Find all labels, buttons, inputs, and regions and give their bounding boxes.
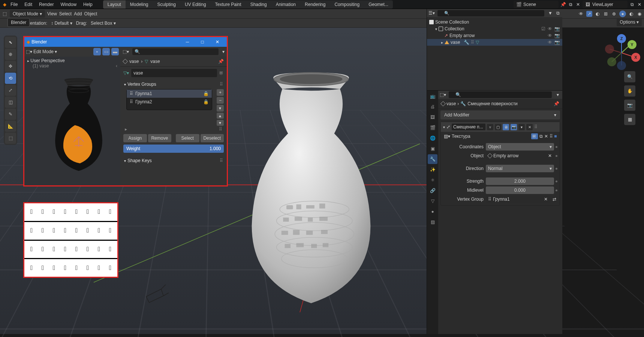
vg-remove-button[interactable]: − [217, 97, 224, 104]
mod-toggle[interactable] [443, 124, 445, 130]
menu-render[interactable]: Render [36, 1, 57, 8]
tex-unlink-icon[interactable]: ✕ [544, 134, 548, 139]
props-editor-icon[interactable]: ⬚▾ [440, 92, 446, 98]
cursor-tool[interactable]: ⊕ [5, 49, 16, 60]
prop-material-icon[interactable]: ● [428, 207, 437, 216]
edge-select-icon[interactable]: ▭ [102, 48, 110, 55]
prop-render-icon[interactable]: 📺 [428, 91, 437, 101]
face-select-icon[interactable]: ▬ [111, 48, 119, 55]
eye-icon[interactable]: 👁 [548, 26, 552, 31]
close-icon[interactable]: ✕ [575, 1, 581, 7]
prop-viewlayer-icon[interactable]: 🖼 [428, 112, 437, 122]
prop-object-icon[interactable]: ▣ [428, 144, 437, 154]
collection-row[interactable]: Collection ☑👁📷 [427, 25, 562, 32]
remove-button[interactable]: Remove [148, 134, 172, 142]
modifier-header[interactable]: ⤢ Смещение п... ▿ ▢ 🖥 📷 ▾ ✕ ⠿ [441, 122, 560, 132]
editor-type-icon[interactable]: ⬚ [1, 11, 7, 17]
tex-new-icon[interactable]: ⧉ [539, 134, 543, 139]
render-eye-icon[interactable]: 📷 [554, 40, 560, 45]
props-search[interactable]: 🔍 [132, 48, 219, 55]
checkbox-icon[interactable]: ☑ [541, 26, 545, 31]
midlevel-field[interactable]: 0.000 [486, 186, 554, 194]
vg-add-button[interactable]: + [217, 89, 224, 96]
vg-item-1[interactable]: ⠿Группа2🔒 [127, 98, 212, 106]
tab-geometry[interactable]: Geomet... [364, 0, 393, 9]
pin-props-icon[interactable]: 📌 [218, 59, 224, 64]
gizmo-toggle-icon[interactable]: ↗ [586, 11, 592, 17]
prop-modifier-icon[interactable]: 🔧 [428, 154, 437, 164]
header-object[interactable]: Object [84, 11, 97, 16]
object-field[interactable]: Empty arrow✕ [486, 152, 554, 160]
lock-icon[interactable]: 🔒 [203, 91, 209, 96]
vg-moveup-button[interactable]: ▴ [217, 113, 224, 119]
tab-animation[interactable]: Animation [271, 0, 300, 9]
crumb-obj[interactable]: vase [446, 101, 456, 106]
pin-icon[interactable]: 📌 [554, 101, 559, 106]
outliner-editor-icon[interactable]: ☰▾ [428, 10, 434, 16]
direction-dropdown[interactable]: Normal▾ [486, 165, 554, 172]
menu-window[interactable]: Window [57, 1, 79, 8]
inset-vase[interactable] [47, 77, 111, 182]
zoom-icon[interactable]: 🔍 [624, 71, 635, 82]
menu-help[interactable]: Help [80, 1, 96, 8]
mod-close-icon[interactable]: ✕ [526, 124, 533, 130]
gizmo-neg-z[interactable] [617, 61, 626, 70]
header-view[interactable]: View [47, 11, 57, 16]
gizmo-neg-x[interactable] [605, 45, 614, 54]
maximize-icon[interactable]: □ [195, 37, 210, 46]
inset-viewport[interactable]: ⬚▾ Edit Mode ▾ ▫ ▭ ▬ User Perspective (1… [24, 47, 120, 185]
crumb-mod[interactable]: Смещение поверхности [467, 101, 517, 106]
prop-world-icon[interactable]: 🌐 [428, 133, 437, 143]
gizmo-z[interactable]: Z [617, 34, 626, 43]
coords-dropdown[interactable]: Object▾ [486, 143, 554, 151]
mod-extra-icon[interactable]: ▾ [518, 124, 525, 130]
tab-shading[interactable]: Shading [246, 0, 271, 9]
vg-movedown-button[interactable]: ▾ [217, 120, 224, 126]
close-layer-icon[interactable]: ✕ [637, 1, 643, 7]
tab-layout[interactable]: Layout [103, 0, 126, 9]
camera-view-icon[interactable]: 📷 [624, 100, 635, 111]
tab-uvediting[interactable]: UV Editing [180, 0, 211, 9]
scale-tool[interactable]: ⤢ [5, 85, 16, 96]
gizmo-x[interactable]: X [631, 53, 640, 62]
tab-modeling[interactable]: Modeling [126, 0, 153, 9]
props-options-icon[interactable]: ▾ [222, 49, 225, 54]
prop-particles-icon[interactable]: ✨ [428, 165, 437, 174]
lock-icon[interactable]: 🔒 [203, 99, 209, 104]
prop-scene-icon[interactable]: 🎬 [428, 123, 437, 133]
camera-icon[interactable] [142, 282, 172, 304]
strength-field[interactable]: 2.000 [486, 177, 554, 185]
crumb-object[interactable]: vase [129, 59, 139, 64]
select-tool[interactable]: ⬉ [5, 37, 16, 48]
header-add[interactable]: Add [74, 11, 82, 16]
inset-editor-icon[interactable]: ⬚▾ [26, 49, 32, 55]
options-button[interactable]: Options ▾ [617, 18, 642, 26]
vg-section-toggle[interactable] [124, 82, 126, 87]
viewlayer-field[interactable]: 🖼ViewLayer [583, 1, 628, 8]
menu-edit[interactable]: Edit [21, 1, 35, 8]
gizmo-neg-y[interactable] [607, 57, 616, 66]
mod-editmode-icon[interactable]: ▢ [495, 124, 501, 130]
gizmo-y[interactable]: Y [628, 40, 637, 49]
props-options-icon[interactable]: ▾ [555, 92, 561, 98]
eye-icon[interactable]: 👁 [548, 40, 552, 45]
vertex-select-icon[interactable]: ▫ [93, 48, 101, 55]
vase-object[interactable] [229, 69, 394, 309]
filter-icon[interactable]: ▼ [547, 10, 553, 16]
mesh-name-field[interactable]: vase [131, 69, 217, 77]
window-close-icon[interactable]: ✕ [210, 37, 225, 46]
addcube-tool[interactable]: ⬚ [5, 133, 16, 144]
inset-titlebar[interactable]: ◆ Blender ─ □ ✕ [24, 37, 227, 47]
header-select[interactable]: Select [59, 11, 72, 16]
deselect-button[interactable]: Deselect [201, 134, 224, 142]
overlay-icon[interactable]: ◐ [595, 11, 601, 17]
shading-solid-icon[interactable]: ● [619, 10, 626, 17]
prop-output-icon[interactable]: 🖨 [428, 102, 437, 112]
add-modifier-button[interactable]: Add Modifier▾ [440, 110, 560, 119]
measure-tool[interactable]: 📐 [5, 121, 16, 132]
mod-realtime-icon[interactable]: 🖥 [503, 124, 509, 130]
perspective-icon[interactable]: ▦ [624, 114, 635, 125]
tab-rendering[interactable]: Rendering [300, 0, 330, 9]
prop-data-icon[interactable]: ▽ [428, 196, 437, 206]
mesh-data-icon[interactable]: ▽▾ [123, 70, 129, 76]
